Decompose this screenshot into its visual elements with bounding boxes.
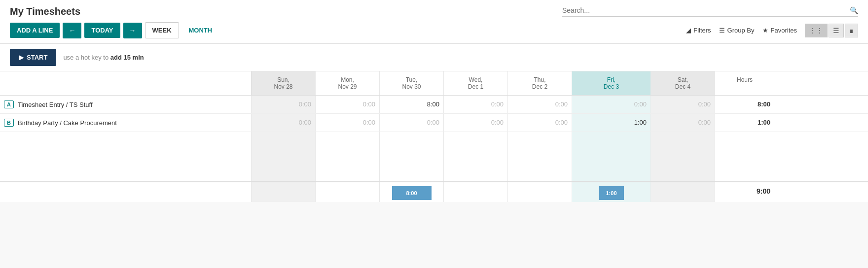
header-thu: Thu,Dec 2 (508, 71, 572, 95)
prev-button[interactable]: ← (63, 23, 81, 38)
start-hint: use a hot key to add 15 min (63, 54, 144, 61)
row-b-mon[interactable]: 0:00 (316, 114, 380, 132)
row-a-label: A Timesheet Entry / TS Stuff (0, 96, 252, 113)
favorites-button[interactable]: ★ Favorites (762, 27, 797, 34)
group-by-button[interactable]: ☰ Group By (719, 27, 755, 34)
search-bar: 🔍 (562, 6, 858, 17)
header-label (0, 71, 252, 95)
search-input[interactable] (562, 6, 850, 14)
week-button[interactable]: WEEK (145, 22, 179, 38)
row-b-fri[interactable]: 1:00 (572, 114, 651, 132)
page-title: My Timesheets (10, 6, 80, 17)
footer-sat (651, 182, 715, 202)
top-bar: My Timesheets 🔍 ADD A LINE ← TODAY → WEE… (0, 0, 868, 44)
row-b-hours: 1:00 (715, 114, 774, 132)
row-b-wed[interactable]: 0:00 (444, 114, 508, 132)
row-a-sat[interactable]: 0:00 (651, 96, 715, 113)
header-sat: Sat,Dec 4 (651, 71, 715, 95)
header-hours: Hours (715, 71, 774, 95)
row-b-sat[interactable]: 0:00 (651, 114, 715, 132)
header-tue: Tue,Nov 30 (380, 71, 444, 95)
filters-button[interactable]: ◢ Filters (686, 27, 711, 34)
row-a-thu[interactable]: 0:00 (508, 96, 572, 113)
star-icon: ★ (762, 27, 768, 34)
grid-view-button[interactable]: ⋮⋮ (805, 24, 828, 37)
grid-header: Sun,Nov 28 Mon,Nov 29 Tue,Nov 30 Wed,Dec… (0, 71, 868, 96)
footer-total: 9:00 (715, 182, 774, 202)
header-sun: Sun,Nov 28 (252, 71, 316, 95)
row-a-tue[interactable]: 8:00 (380, 96, 444, 113)
timesheet-grid: Sun,Nov 28 Mon,Nov 29 Tue,Nov 30 Wed,Dec… (0, 71, 868, 202)
row-a-sun[interactable]: 0:00 (252, 96, 316, 113)
month-button[interactable]: MONTH (182, 23, 219, 38)
row-b-label: B Birthday Party / Cake Procurement (0, 114, 252, 132)
footer-wed (444, 182, 508, 202)
footer-thu (508, 182, 572, 202)
header-wed: Wed,Dec 1 (444, 71, 508, 95)
empty-row (0, 132, 868, 181)
add-line-button[interactable]: ADD A LINE (10, 23, 60, 38)
start-row: ▶ START use a hot key to add 15 min (0, 44, 868, 71)
row-b-sun[interactable]: 0:00 (252, 114, 316, 132)
list-view-button[interactable]: ☰ (829, 24, 844, 37)
footer-mon (316, 182, 380, 202)
today-button[interactable]: TODAY (84, 23, 120, 38)
start-button[interactable]: ▶ START (10, 49, 56, 66)
table-row: A Timesheet Entry / TS Stuff 0:00 0:00 8… (0, 96, 868, 114)
play-icon: ▶ (19, 54, 24, 61)
header-fri: Fri,Dec 3 (572, 71, 651, 95)
filter-icon: ◢ (686, 27, 691, 34)
row-a-mon[interactable]: 0:00 (316, 96, 380, 113)
footer-tue: 8:00 (380, 182, 444, 202)
grid-footer: 8:00 1:00 9:00 (0, 181, 868, 202)
pivot-view-button[interactable]: ∎ (845, 24, 858, 37)
badge-b: B (4, 119, 14, 127)
groupby-icon: ☰ (719, 27, 725, 34)
footer-label (0, 182, 252, 202)
row-a-hours: 8:00 (715, 96, 774, 113)
footer-fri: 1:00 (572, 182, 651, 202)
app-container: My Timesheets 🔍 ADD A LINE ← TODAY → WEE… (0, 0, 868, 202)
badge-a: A (4, 100, 14, 108)
row-b-thu[interactable]: 0:00 (508, 114, 572, 132)
row-a-wed[interactable]: 0:00 (444, 96, 508, 113)
footer-sun (252, 182, 316, 202)
search-icon: 🔍 (850, 6, 858, 14)
next-button[interactable]: → (123, 23, 142, 38)
row-a-fri[interactable]: 0:00 (572, 96, 651, 113)
row-b-tue[interactable]: 0:00 (380, 114, 444, 132)
table-row: B Birthday Party / Cake Procurement 0:00… (0, 114, 868, 132)
header-mon: Mon,Nov 29 (316, 71, 380, 95)
